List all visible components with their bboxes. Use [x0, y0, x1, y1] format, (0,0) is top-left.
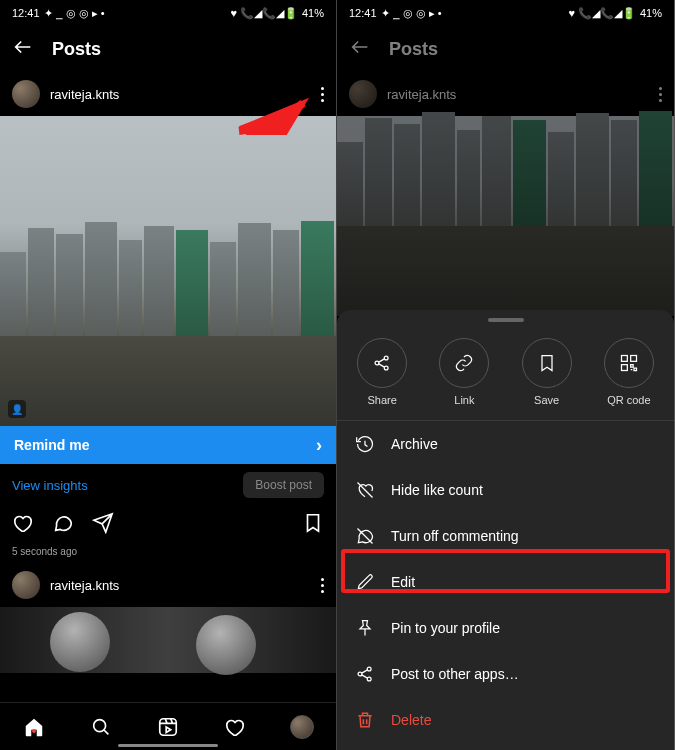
svg-rect-6 [631, 356, 637, 362]
status-time: 12:41 [12, 7, 40, 19]
nav-profile[interactable] [290, 715, 314, 739]
comment-off-icon [355, 526, 375, 546]
nav-search[interactable] [89, 715, 113, 739]
status-battery: 41% [302, 7, 324, 19]
post-header-row: raviteja.knts [0, 72, 336, 116]
page-title: Posts [52, 39, 101, 60]
share-button[interactable] [92, 512, 114, 538]
delete-icon [355, 710, 375, 730]
svg-point-3 [384, 356, 388, 360]
sheet-handle[interactable] [488, 318, 524, 322]
more-options-button[interactable] [321, 578, 324, 593]
post-photo[interactable]: 👤 [0, 116, 336, 426]
boost-post-button[interactable]: Boost post [243, 472, 324, 498]
archive-icon [355, 434, 375, 454]
username: raviteja.knts [387, 87, 456, 102]
svg-point-8 [358, 672, 362, 676]
comment-button[interactable] [52, 512, 74, 538]
svg-rect-5 [621, 356, 627, 362]
back-button[interactable] [12, 36, 34, 62]
status-bar: 12:41 ✦ ⎯ ◎ ◎ ▸ • ♥ 📞◢📞◢🔋 41% [0, 0, 336, 26]
avatar[interactable] [12, 80, 40, 108]
username[interactable]: raviteja.knts [50, 87, 119, 102]
menu-pin[interactable]: Pin to your profile [337, 605, 674, 651]
more-options-button [659, 87, 662, 102]
insights-row: View insights Boost post [0, 464, 336, 506]
sheet-qrcode[interactable]: QR code [604, 338, 654, 406]
phone-screen-left: 12:41 ✦ ⎯ ◎ ◎ ▸ • ♥ 📞◢📞◢🔋 41% Posts ravi… [0, 0, 337, 750]
status-bar: 12:41 ✦ ⎯ ◎ ◎ ▸ • ♥ 📞◢📞◢🔋 41% [337, 0, 674, 26]
menu-label: Archive [391, 436, 438, 452]
nav-reels[interactable] [156, 715, 180, 739]
pin-icon [355, 618, 375, 638]
menu-delete[interactable]: Delete [337, 697, 674, 743]
sheet-action-row: Share Link Save QR code [337, 334, 674, 420]
post-photo [337, 116, 674, 316]
svg-point-10 [367, 677, 371, 681]
username[interactable]: raviteja.knts [50, 578, 119, 593]
nav-home[interactable] [22, 715, 46, 739]
view-insights-link[interactable]: View insights [12, 478, 88, 493]
like-button[interactable] [12, 512, 34, 538]
more-options-button[interactable] [321, 87, 324, 102]
menu-label: Post to other apps… [391, 666, 519, 682]
svg-point-2 [375, 361, 379, 365]
page-title: Posts [389, 39, 438, 60]
status-battery: 41% [640, 7, 662, 19]
menu-post-other[interactable]: Post to other apps… [337, 651, 674, 697]
sheet-save[interactable]: Save [522, 338, 572, 406]
share-label: Share [367, 394, 396, 406]
hide-like-icon [355, 480, 375, 500]
status-time: 12:41 [349, 7, 377, 19]
post-photo-2[interactable] [0, 607, 336, 673]
remind-me-bar[interactable]: Remind me › [0, 426, 336, 464]
page-header: Posts [337, 26, 674, 72]
avatar [349, 80, 377, 108]
remind-label: Remind me [14, 437, 89, 453]
tagged-people-icon[interactable]: 👤 [8, 400, 26, 418]
menu-label: Turn off commenting [391, 528, 519, 544]
post-actions [0, 506, 336, 544]
sheet-share[interactable]: Share [357, 338, 407, 406]
menu-label: Hide like count [391, 482, 483, 498]
svg-rect-7 [621, 365, 627, 371]
sheet-link[interactable]: Link [439, 338, 489, 406]
menu-hide-like[interactable]: Hide like count [337, 467, 674, 513]
menu-label: Pin to your profile [391, 620, 500, 636]
back-button[interactable] [349, 36, 371, 62]
phone-screen-right: 12:41 ✦ ⎯ ◎ ◎ ▸ • ♥ 📞◢📞◢🔋 41% Posts ravi… [337, 0, 674, 750]
qrcode-label: QR code [607, 394, 650, 406]
options-sheet: Share Link Save QR code Archive Hide lik… [337, 310, 674, 750]
save-label: Save [534, 394, 559, 406]
annotation-highlight [341, 549, 670, 593]
link-label: Link [454, 394, 474, 406]
post-header-row-2: raviteja.knts [0, 563, 336, 607]
menu-label: Delete [391, 712, 431, 728]
bottom-nav [0, 702, 336, 750]
post-timestamp: 5 seconds ago [0, 544, 336, 563]
share-apps-icon [355, 664, 375, 684]
svg-point-9 [367, 667, 371, 671]
page-header: Posts [0, 26, 336, 72]
svg-rect-1 [160, 718, 177, 735]
svg-point-4 [384, 366, 388, 370]
nav-activity[interactable] [223, 715, 247, 739]
avatar[interactable] [12, 571, 40, 599]
save-button[interactable] [302, 512, 324, 538]
chevron-right-icon: › [316, 435, 322, 456]
menu-archive[interactable]: Archive [337, 421, 674, 467]
